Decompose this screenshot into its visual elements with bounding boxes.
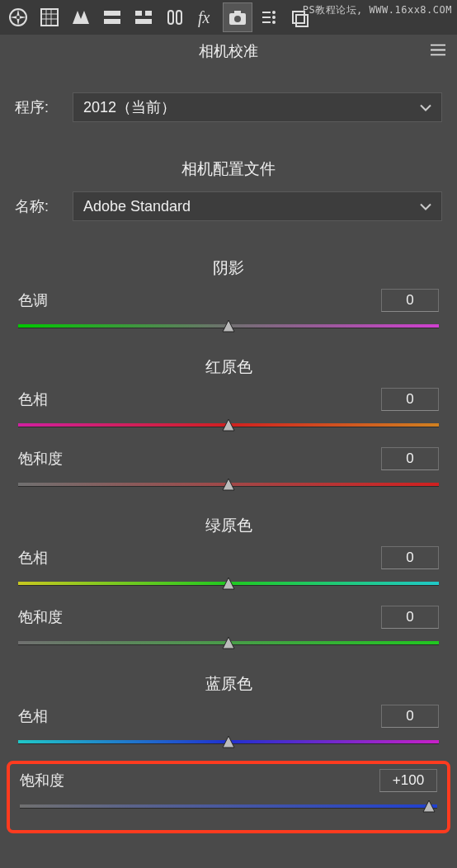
chevron-down-icon — [420, 198, 431, 215]
effects-tab-icon[interactable]: fx — [191, 2, 221, 32]
red-hue-label: 色相 — [18, 389, 48, 409]
svg-point-14 — [272, 16, 276, 19]
shadows-tint-label: 色调 — [18, 290, 48, 310]
blue-hue-slider: 色相 0 — [0, 701, 457, 746]
blue-sat-slider: 饱和度 +100 — [20, 766, 437, 810]
slider-thumb[interactable] — [221, 318, 236, 333]
red-title: 红原色 — [0, 345, 457, 384]
svg-rect-3 — [104, 19, 120, 24]
svg-rect-8 — [177, 11, 181, 24]
svg-rect-1 — [41, 9, 58, 26]
red-sat-label: 饱和度 — [18, 449, 63, 469]
blue-sat-track[interactable] — [20, 802, 437, 810]
slider-thumb[interactable] — [221, 417, 236, 432]
slider-thumb[interactable] — [422, 799, 436, 814]
process-label: 程序: — [15, 97, 73, 117]
green-hue-track[interactable] — [18, 579, 439, 587]
green-sat-value[interactable]: 0 — [381, 606, 439, 629]
camera-calibration-tab-icon[interactable] — [223, 2, 252, 32]
presets-tab-icon[interactable] — [254, 2, 284, 32]
slider-thumb[interactable] — [221, 635, 236, 650]
highlight-box: 饱和度 +100 — [7, 761, 450, 833]
camera-profile-title: 相机配置文件 — [0, 147, 457, 186]
red-hue-value[interactable]: 0 — [381, 388, 439, 411]
panel-title: 相机校准 — [199, 41, 258, 61]
blue-sat-label: 饱和度 — [20, 771, 64, 790]
slider-thumb[interactable] — [221, 576, 236, 591]
red-hue-slider: 色相 0 — [0, 384, 457, 429]
svg-rect-5 — [145, 11, 152, 16]
shadows-title: 阴影 — [0, 246, 457, 285]
lens-tab-icon[interactable] — [160, 2, 190, 32]
svg-rect-6 — [135, 19, 152, 24]
blue-hue-track[interactable] — [18, 738, 439, 746]
svg-text:fx: fx — [198, 8, 210, 27]
profile-select[interactable]: Adobe Standard — [73, 191, 442, 221]
panel-header: 相机校准 — [0, 35, 457, 68]
red-hue-track[interactable] — [18, 421, 439, 429]
panel-menu-icon[interactable] — [431, 43, 445, 60]
shadows-tint-track[interactable] — [18, 322, 439, 330]
profile-label: 名称: — [15, 196, 73, 216]
chevron-down-icon — [420, 99, 431, 116]
green-sat-track[interactable] — [18, 639, 439, 647]
red-sat-value[interactable]: 0 — [381, 447, 439, 470]
process-row: 程序: 2012（当前） — [0, 87, 457, 127]
profile-row: 名称: Adobe Standard — [0, 186, 457, 226]
process-select[interactable]: 2012（当前） — [73, 92, 442, 122]
green-sat-slider: 饱和度 0 — [0, 602, 457, 647]
process-value: 2012（当前） — [83, 97, 176, 117]
svg-rect-4 — [135, 11, 142, 16]
svg-point-13 — [272, 11, 276, 14]
blue-title: 蓝原色 — [0, 662, 457, 701]
slider-thumb[interactable] — [221, 734, 236, 749]
svg-point-12 — [234, 16, 241, 22]
slider-thumb[interactable] — [221, 477, 236, 492]
blue-hue-label: 色相 — [18, 706, 48, 726]
shadows-tint-slider: 色调 0 — [0, 285, 457, 330]
split-toning-tab-icon[interactable] — [129, 2, 158, 32]
basic-tab-icon[interactable] — [3, 2, 33, 32]
green-title: 绿原色 — [0, 503, 457, 543]
svg-rect-7 — [168, 11, 173, 24]
profile-value: Adobe Standard — [83, 198, 191, 215]
detail-tab-icon[interactable] — [66, 2, 96, 32]
watermark-text: PS教程论坛, WWW.16xx8.COM — [303, 3, 452, 17]
svg-point-15 — [272, 21, 276, 24]
tone-curve-tab-icon[interactable] — [35, 2, 64, 32]
blue-sat-value[interactable]: +100 — [379, 769, 437, 792]
svg-rect-11 — [234, 11, 241, 14]
green-hue-slider: 色相 0 — [0, 543, 457, 587]
hsl-tab-icon[interactable] — [97, 2, 127, 32]
green-hue-label: 色相 — [18, 548, 48, 568]
green-sat-label: 饱和度 — [18, 607, 63, 627]
blue-hue-value[interactable]: 0 — [381, 705, 439, 728]
green-hue-value[interactable]: 0 — [381, 546, 439, 569]
red-sat-slider: 饱和度 0 — [0, 444, 457, 488]
red-sat-track[interactable] — [18, 480, 439, 488]
svg-rect-2 — [104, 11, 120, 16]
shadows-tint-value[interactable]: 0 — [381, 289, 439, 312]
